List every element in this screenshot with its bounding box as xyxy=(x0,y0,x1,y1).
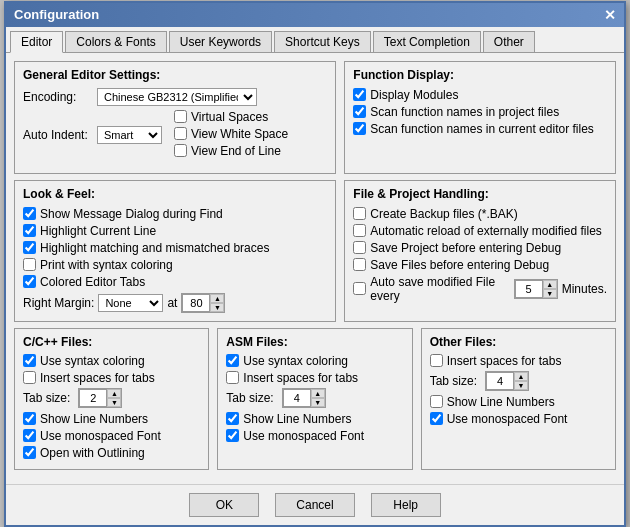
asm-item-0: Use syntax coloring xyxy=(226,354,403,368)
cpp-tab-arrows: ▲ ▼ xyxy=(107,389,121,407)
fp-label-3: Save Files before entering Debug xyxy=(370,258,549,272)
asm-label-1: Insert spaces for tabs xyxy=(243,371,358,385)
cpp-check-4[interactable] xyxy=(23,446,36,459)
right-margin-select[interactable]: None xyxy=(98,294,163,312)
fp-check-2[interactable] xyxy=(353,241,366,254)
margin-value-input[interactable] xyxy=(182,294,210,312)
look-feel-panel: Look & Feel: Show Message Dialog during … xyxy=(14,180,336,322)
autosave-spin-up[interactable]: ▲ xyxy=(543,280,557,289)
row-general: General Editor Settings: Encoding: Chine… xyxy=(14,61,616,174)
help-button[interactable]: Help xyxy=(371,493,441,517)
other-tab-down[interactable]: ▼ xyxy=(514,381,528,390)
tab-text-completion[interactable]: Text Completion xyxy=(373,31,481,52)
lf-check-3[interactable] xyxy=(23,258,36,271)
scan-current-label: Scan function names in current editor fi… xyxy=(370,122,593,136)
tab-shortcut-keys[interactable]: Shortcut Keys xyxy=(274,31,371,52)
scan-project-row: Scan function names in project files xyxy=(353,105,607,119)
virtual-spaces-check[interactable] xyxy=(174,110,187,123)
cancel-button[interactable]: Cancel xyxy=(275,493,354,517)
autosave-value-input[interactable] xyxy=(515,280,543,298)
cpp-check-1[interactable] xyxy=(23,371,36,384)
cpp-check-0[interactable] xyxy=(23,354,36,367)
margin-spinner-arrows: ▲ ▼ xyxy=(210,294,224,312)
fp-check-1[interactable] xyxy=(353,224,366,237)
other-label-1: Show Line Numbers xyxy=(447,395,555,409)
close-button[interactable]: ✕ xyxy=(604,7,616,23)
display-modules-check[interactable] xyxy=(353,88,366,101)
margin-spin-down[interactable]: ▼ xyxy=(210,303,224,312)
margin-spin-up[interactable]: ▲ xyxy=(210,294,224,303)
fp-check-4[interactable] xyxy=(353,282,366,295)
asm-tab-down[interactable]: ▼ xyxy=(311,398,325,407)
tab-editor[interactable]: Editor xyxy=(10,31,63,53)
view-end-of-line-check[interactable] xyxy=(174,144,187,157)
cpp-tab-input[interactable] xyxy=(79,389,107,407)
tab-other[interactable]: Other xyxy=(483,31,535,52)
cpp-title: C/C++ Files: xyxy=(23,335,200,349)
cpp-label-0: Use syntax coloring xyxy=(40,354,145,368)
view-white-space-label: View White Space xyxy=(191,127,288,141)
other-tab-arrows: ▲ ▼ xyxy=(514,372,528,390)
fp-check-0[interactable] xyxy=(353,207,366,220)
lf-item-3: Print with syntax coloring xyxy=(23,258,327,272)
other-item-1: Show Line Numbers xyxy=(430,395,607,409)
tab-colors-fonts[interactable]: Colors & Fonts xyxy=(65,31,166,52)
view-white-space-row: View White Space xyxy=(174,127,288,141)
asm-check-3[interactable] xyxy=(226,429,239,442)
auto-indent-label: Auto Indent: xyxy=(23,128,93,142)
virtual-spaces-label: Virtual Spaces xyxy=(191,110,268,124)
cpp-tab-down[interactable]: ▼ xyxy=(107,398,121,407)
asm-check-0[interactable] xyxy=(226,354,239,367)
asm-check-2[interactable] xyxy=(226,412,239,425)
scan-current-check[interactable] xyxy=(353,122,366,135)
lf-check-0[interactable] xyxy=(23,207,36,220)
cpp-check-3[interactable] xyxy=(23,429,36,442)
tab-user-keywords[interactable]: User Keywords xyxy=(169,31,272,52)
bottom-buttons: OK Cancel Help xyxy=(6,484,624,525)
asm-title: ASM Files: xyxy=(226,335,403,349)
other-tab-input[interactable] xyxy=(486,372,514,390)
other-check-2[interactable] xyxy=(430,412,443,425)
asm-tab-input[interactable] xyxy=(283,389,311,407)
encoding-select[interactable]: Chinese GB2312 (Simplified) xyxy=(97,88,257,106)
fp-item-2: Save Project before entering Debug xyxy=(353,241,607,255)
other-label-0: Insert spaces for tabs xyxy=(447,354,562,368)
other-tab-up[interactable]: ▲ xyxy=(514,372,528,381)
window-title: Configuration xyxy=(14,7,99,22)
fp-check-3[interactable] xyxy=(353,258,366,271)
auto-indent-select[interactable]: Smart xyxy=(97,126,162,144)
fp-label-2: Save Project before entering Debug xyxy=(370,241,561,255)
fp-item-3: Save Files before entering Debug xyxy=(353,258,607,272)
ok-button[interactable]: OK xyxy=(189,493,259,517)
cpp-check-2[interactable] xyxy=(23,412,36,425)
display-modules-row: Display Modules xyxy=(353,88,607,102)
view-white-space-check[interactable] xyxy=(174,127,187,140)
asm-item-1: Insert spaces for tabs xyxy=(226,371,403,385)
row-look-feel: Look & Feel: Show Message Dialog during … xyxy=(14,180,616,322)
cpp-tab-up[interactable]: ▲ xyxy=(107,389,121,398)
asm-tab-spinner: ▲ ▼ xyxy=(282,388,326,408)
asm-check-1[interactable] xyxy=(226,371,239,384)
scan-project-check[interactable] xyxy=(353,105,366,118)
cpp-label-2: Show Line Numbers xyxy=(40,412,148,426)
asm-item-2: Show Line Numbers xyxy=(226,412,403,426)
minutes-label: Minutes. xyxy=(562,282,607,296)
lf-check-2[interactable] xyxy=(23,241,36,254)
lf-item-2: Highlight matching and mismatched braces xyxy=(23,241,327,255)
other-tab-size-row: Tab size: ▲ ▼ xyxy=(430,371,607,391)
right-margin-label: Right Margin: xyxy=(23,296,94,310)
view-end-of-line-row: View End of Line xyxy=(174,144,288,158)
scan-current-row: Scan function names in current editor fi… xyxy=(353,122,607,136)
autosave-spinner: ▲ ▼ xyxy=(514,279,558,299)
other-check-0[interactable] xyxy=(430,354,443,367)
other-check-1[interactable] xyxy=(430,395,443,408)
asm-tab-up[interactable]: ▲ xyxy=(311,389,325,398)
file-project-title: File & Project Handling: xyxy=(353,187,607,201)
lf-check-4[interactable] xyxy=(23,275,36,288)
configuration-window: Configuration ✕ Editor Colors & Fonts Us… xyxy=(4,1,626,527)
row-files: C/C++ Files: Use syntax coloring Insert … xyxy=(14,328,616,470)
lf-item-4: Colored Editor Tabs xyxy=(23,275,327,289)
autosave-spin-down[interactable]: ▼ xyxy=(543,289,557,298)
lf-check-1[interactable] xyxy=(23,224,36,237)
lf-label-1: Highlight Current Line xyxy=(40,224,156,238)
